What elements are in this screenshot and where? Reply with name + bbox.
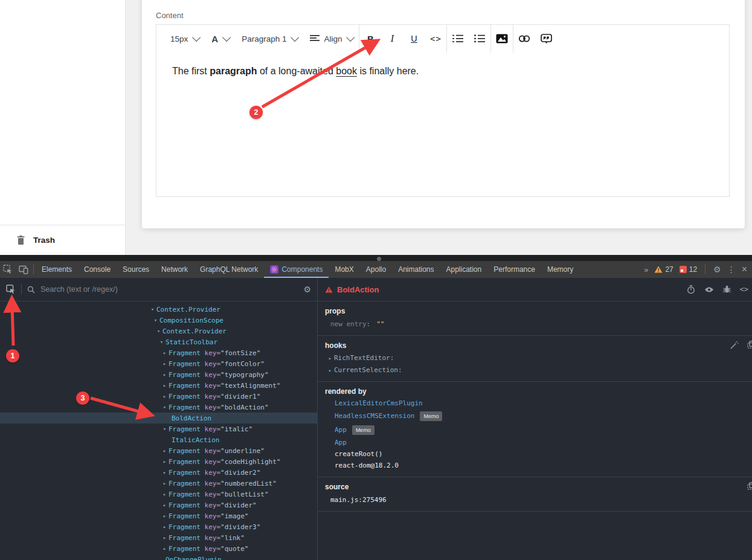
tree-row-CompositionScope[interactable]: ▾CompositionScope (0, 315, 317, 326)
view-source-button[interactable]: <> (740, 285, 748, 294)
devtools-tab-components[interactable]: Components (264, 261, 329, 278)
devtools-resize-handle[interactable] (0, 255, 752, 261)
tree-row-Fragment-fontColor[interactable]: ▸Fragment key="fontColor" (0, 358, 317, 369)
tree-row-Fragment-divider3[interactable]: ▸Fragment key="divider3" (0, 521, 317, 532)
copy-icon[interactable] (747, 482, 752, 490)
font-color-dropdown[interactable]: A (205, 25, 235, 53)
block-type-dropdown[interactable]: Paragraph 1 (235, 25, 303, 53)
component-search-input[interactable]: Search (text or /regex/) (40, 285, 298, 294)
collapse-arrow-icon[interactable]: ▾ (149, 306, 156, 312)
tree-row-Fragment-fontSize[interactable]: ▸Fragment key="fontSize" (0, 347, 317, 358)
tree-row-Fragment-typography[interactable]: ▸Fragment key="typography" (0, 369, 317, 380)
tree-row-Fragment-image[interactable]: ▸Fragment key="image" (0, 510, 317, 521)
expand-arrow-icon[interactable]: ▸ (161, 535, 169, 541)
tree-settings-gear-button[interactable]: ⚙ (303, 285, 311, 294)
expand-arrow-icon[interactable]: ▸ (161, 469, 169, 475)
devtools-tab-network[interactable]: Network (155, 261, 194, 278)
sidebar-item-trash[interactable]: Trash (0, 225, 125, 255)
warnings-indicator[interactable]: 27 (654, 265, 673, 274)
tree-row-Fragment-link[interactable]: ▸Fragment key="link" (0, 532, 317, 543)
devtools-tab-apollo[interactable]: Apollo (360, 261, 392, 278)
prop-row[interactable]: new entry:"" (325, 320, 745, 328)
expand-arrow-icon[interactable]: ▸ (326, 355, 334, 361)
tree-row-Fragment-codeHighlight[interactable]: ▸Fragment key="codeHighlight" (0, 456, 317, 467)
insert-quote-button[interactable] (535, 25, 557, 53)
inspect-dom-eye-button[interactable] (704, 286, 714, 293)
tree-row-Context.Provider[interactable]: ▾Context.Provider (0, 304, 317, 315)
source-location[interactable]: main.js:275496 (325, 496, 745, 504)
expand-arrow-icon[interactable]: ▸ (161, 459, 169, 465)
rich-text-content[interactable]: The first paragraph of a long-awaited bo… (156, 53, 730, 197)
collapse-arrow-icon[interactable]: ▾ (161, 404, 169, 410)
tree-row-OnChangePlugin[interactable]: OnChangePlugin (0, 554, 317, 560)
expand-arrow-icon[interactable]: ▸ (161, 480, 169, 486)
collapse-arrow-icon[interactable]: ▾ (152, 317, 159, 323)
insert-image-button[interactable] (491, 25, 513, 53)
copy-icon[interactable] (747, 341, 752, 350)
devtools-tab-console[interactable]: Console (78, 261, 117, 278)
expand-arrow-icon[interactable]: ▸ (161, 546, 169, 552)
issues-indicator[interactable]: 12 (680, 265, 697, 274)
expand-arrow-icon[interactable]: ▸ (161, 393, 169, 399)
tree-row-Fragment-bulletList[interactable]: ▸Fragment key="bulletList" (0, 489, 317, 500)
collapse-arrow-icon[interactable]: ▾ (158, 339, 166, 345)
devtools-tab-memory[interactable]: Memory (541, 261, 579, 278)
prop-value[interactable]: "" (376, 320, 384, 328)
devtools-tab-animations[interactable]: Animations (392, 261, 440, 278)
expand-arrow-icon[interactable]: ▸ (161, 524, 169, 530)
expand-arrow-icon[interactable]: ▸ (161, 513, 169, 519)
expand-arrow-icon[interactable]: ▸ (161, 361, 169, 367)
code-button[interactable]: <> (425, 25, 446, 53)
tree-row-Fragment-divider[interactable]: ▸Fragment key="divider" (0, 500, 317, 510)
devtools-tab-performance[interactable]: Performance (487, 261, 541, 278)
collapse-arrow-icon[interactable]: ▾ (155, 328, 162, 334)
tree-row-Context.Provider[interactable]: ▾Context.Provider (0, 326, 317, 336)
tree-row-BoldAction[interactable]: BoldAction (0, 413, 317, 423)
hook-row-CurrentSelection[interactable]: ▸CurrentSelection: (325, 366, 745, 374)
expand-arrow-icon[interactable]: ▸ (161, 372, 169, 378)
rendered-by-component-link[interactable]: App (335, 426, 347, 434)
pick-component-button[interactable] (6, 285, 16, 294)
expand-arrow-icon[interactable]: ▸ (161, 448, 169, 454)
devtools-tab-sources[interactable]: Sources (117, 261, 155, 278)
expand-arrow-icon[interactable]: ▸ (161, 382, 169, 388)
devtools-tab-elements[interactable]: Elements (36, 261, 78, 278)
close-devtools-button[interactable]: × (742, 265, 747, 274)
tree-row-Fragment-divider2[interactable]: ▸Fragment key="divider2" (0, 467, 317, 478)
tree-row-Fragment-textAlignment[interactable]: ▸Fragment key="textAlignment" (0, 380, 317, 391)
devtools-tab-graphql-network[interactable]: GraphQL Network (194, 261, 264, 278)
tree-row-Fragment-italic[interactable]: ▾Fragment key="italic" (0, 423, 317, 434)
bullet-list-button[interactable] (469, 25, 490, 53)
expand-arrow-icon[interactable]: ▸ (161, 491, 169, 497)
bold-button[interactable]: B (359, 25, 381, 53)
rendered-by-component-link[interactable]: App (335, 439, 347, 446)
tree-row-Fragment-quote[interactable]: ▸Fragment key="quote" (0, 543, 317, 554)
numbered-list-button[interactable] (447, 25, 469, 53)
hook-row-RichTextEditor[interactable]: ▸RichTextEditor: (325, 354, 745, 362)
tree-row-Fragment-underline[interactable]: ▸Fragment key="underline" (0, 445, 317, 456)
kebab-menu-button[interactable]: ⋮ (727, 265, 736, 274)
expand-arrow-icon[interactable]: ▸ (326, 367, 334, 373)
parse-hooks-wand-button[interactable] (730, 341, 739, 350)
tree-row-StaticToolbar[interactable]: ▾StaticToolbar (0, 336, 317, 347)
tree-row-Fragment-divider1[interactable]: ▸Fragment key="divider1" (0, 391, 317, 402)
expand-arrow-icon[interactable]: ▸ (161, 502, 169, 508)
settings-gear-button[interactable]: ⚙ (713, 265, 721, 274)
inspect-element-button[interactable] (0, 261, 16, 278)
collapse-arrow-icon[interactable]: ▾ (161, 426, 169, 432)
underline-button[interactable]: U (403, 25, 425, 53)
insert-link-button[interactable] (513, 25, 535, 53)
device-toolbar-button[interactable] (16, 261, 31, 278)
tree-row-Fragment-numberedList[interactable]: ▸Fragment key="numberedList" (0, 478, 317, 489)
tree-row-Fragment-boldAction[interactable]: ▾Fragment key="boldAction" (0, 402, 317, 413)
font-size-dropdown[interactable]: 15px (164, 25, 205, 53)
align-dropdown[interactable]: Align (303, 25, 359, 53)
tree-row-ItalicAction[interactable]: ItalicAction (0, 434, 317, 445)
rendered-by-component-link[interactable]: HeadlessCMSExtension (335, 413, 414, 420)
italic-button[interactable]: I (381, 25, 403, 53)
expand-arrow-icon[interactable]: ▸ (161, 350, 169, 356)
debug-bug-button[interactable] (723, 285, 731, 294)
rendered-by-component-link[interactable]: LexicalEditorCmsPlugin (335, 400, 423, 407)
devtools-tab-mobx[interactable]: MobX (329, 261, 359, 278)
more-tabs-button[interactable]: » (644, 265, 648, 274)
